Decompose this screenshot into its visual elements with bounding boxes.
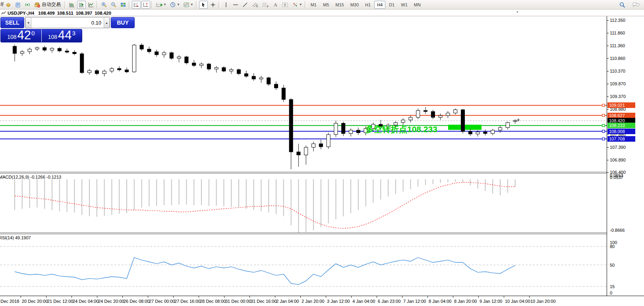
timeframe-M1[interactable]: M1	[308, 1, 319, 9]
timeframe-D1[interactable]: D1	[386, 1, 397, 9]
horizontal-line-icon[interactable]	[231, 1, 240, 9]
timeframe-H4[interactable]: H4	[374, 1, 385, 9]
tile-windows-icon[interactable]	[119, 1, 128, 9]
svg-text:E: E	[256, 5, 258, 8]
rsi-pane[interactable]: RSI(14) 49.1907	[0, 234, 607, 296]
indicators-icon[interactable]: ▼	[155, 1, 168, 9]
rsi-scale-label: 15	[610, 284, 615, 289]
time-label: 9 Jan 12:00	[480, 299, 503, 304]
time-label: 21 Dec 12:00	[47, 299, 73, 304]
timeframe-M5[interactable]: M5	[320, 1, 332, 9]
time-label: 10 Jan 20:00	[530, 299, 556, 304]
time-label: 31 Dec 00:00	[225, 299, 251, 304]
price-scale[interactable]: 112.350111.860111.360110.860110.370109.8…	[607, 16, 644, 296]
bar-chart-icon[interactable]	[68, 1, 76, 9]
price-level-chip: 108.627	[607, 113, 635, 118]
buy-price-big: 44	[58, 29, 72, 41]
timeframe-M30[interactable]: M30	[348, 1, 362, 9]
macd-plot[interactable]	[0, 173, 607, 233]
price-level-chip: 109.021	[607, 102, 635, 108]
time-label: 24 Dec 20:00	[98, 299, 124, 304]
trendline-icon[interactable]	[241, 1, 249, 9]
templates-icon[interactable]: ▼	[182, 1, 195, 9]
sell-price[interactable]: 108 42 0	[1, 29, 42, 42]
scale-tick	[607, 96, 609, 97]
new-order-icon[interactable]	[4, 1, 13, 9]
time-tick	[351, 296, 352, 298]
buy-price[interactable]: 108 44 3	[42, 29, 82, 42]
quote-low: 108.397	[76, 11, 93, 15]
volume-increase-button[interactable]: ▲	[104, 17, 110, 28]
price-level-chip: 108.008	[607, 129, 635, 134]
time-label: 8 Jan 20:00	[454, 299, 477, 304]
fibonacci-icon[interactable]: F	[261, 1, 270, 9]
arrows-icon[interactable]: ▼	[291, 1, 304, 9]
volume-decrease-button[interactable]: ▼	[25, 17, 31, 28]
bid-ask-display: 108 42 0 108 44 3	[0, 29, 82, 42]
volume-input[interactable]	[31, 17, 104, 28]
autotrading-icon[interactable]: 自动交易	[33, 1, 63, 9]
sell-price-prefix: 108	[7, 34, 16, 40]
time-tick	[478, 296, 479, 298]
price-tick-label: 109.870	[610, 81, 626, 86]
text-icon[interactable]: A	[271, 1, 280, 9]
time-tick	[427, 296, 428, 298]
label-icon[interactable]: T	[280, 1, 290, 9]
time-tick	[402, 296, 402, 298]
signal-icon[interactable]	[23, 1, 32, 9]
buy-button[interactable]: BUY	[111, 17, 135, 28]
crosshair-icon[interactable]	[209, 1, 217, 9]
chevron-down-icon[interactable]: ▼	[190, 3, 193, 6]
timeframe-MN[interactable]: MN	[411, 1, 424, 9]
time-axis[interactable]: 19 Dec 201820 Dec 20:0021 Dec 12:0024 De…	[0, 296, 644, 306]
toolbar-separator	[129, 1, 131, 8]
main-chart-pane[interactable]: 多空转折点108.233	[0, 16, 607, 172]
time-tick	[453, 296, 453, 298]
toolbar-separator	[97, 1, 99, 8]
price-tick-label: 106.890	[610, 158, 626, 162]
time-label: 2 Jan 20:00	[302, 299, 325, 304]
volume-control: ▼ ▲	[25, 17, 110, 28]
cursor-icon[interactable]	[199, 1, 208, 9]
rsi-plot[interactable]	[0, 234, 607, 296]
annotation-text[interactable]: 多空转折点108.233	[366, 124, 437, 135]
chat-icon[interactable]	[631, 1, 641, 9]
candlestick-chart-icon[interactable]	[77, 1, 86, 9]
price-tick-label: 112.350	[610, 18, 625, 23]
toolbar-separator	[305, 1, 307, 8]
timeframe-M15[interactable]: M15	[333, 1, 346, 9]
timeframe-W1[interactable]: W1	[398, 1, 410, 9]
chevron-down-icon[interactable]: ▼	[177, 3, 180, 6]
macd-label: MACD(12,26,9) -0.1266 -0.1213	[0, 175, 61, 179]
metaeditor-icon[interactable]	[14, 1, 22, 9]
zoom-out-icon[interactable]	[109, 1, 118, 9]
time-label: 19 Dec 2018	[0, 299, 19, 304]
auto-scroll-icon[interactable]	[132, 1, 141, 9]
time-tick	[249, 296, 250, 298]
chevron-down-icon[interactable]: ▼	[299, 3, 302, 6]
symbol-name: USDJPY-,H4	[8, 11, 34, 15]
vertical-line-icon[interactable]	[222, 1, 230, 9]
search-icon[interactable]	[618, 1, 627, 9]
sell-button[interactable]: SELL	[0, 17, 24, 28]
chevron-down-icon[interactable]: ▼	[163, 3, 166, 6]
time-tick	[224, 296, 224, 298]
time-tick	[148, 296, 148, 298]
time-label: 31 Dec 16:00	[251, 299, 277, 304]
zoom-in-icon[interactable]	[100, 1, 108, 9]
svg-text:T: T	[284, 3, 286, 7]
channel-icon[interactable]: E	[250, 1, 260, 9]
clipped-toolbar-label: 单	[0, 1, 4, 8]
chart-scroll-arrow-icon[interactable]: ▾	[516, 10, 518, 14]
one-click-trading-panel: SELL ▼ ▲ BUY 108 42 0 108 44 3	[0, 17, 82, 42]
line-chart-icon[interactable]	[87, 1, 95, 9]
macd-pane[interactable]: MACD(12,26,9) -0.1266 -0.1213	[0, 173, 607, 233]
chart-shift-icon[interactable]	[141, 1, 150, 9]
periods-icon[interactable]: ▼	[168, 1, 181, 9]
svg-text:A: A	[274, 2, 277, 8]
time-label: 2 Jan 04:00	[276, 299, 299, 304]
timeframe-H1[interactable]: H1	[362, 1, 373, 9]
time-label: 3 Jan 12:00	[327, 299, 350, 304]
quote-close: 108.420	[95, 11, 111, 15]
candlestick-plot[interactable]	[0, 16, 607, 172]
